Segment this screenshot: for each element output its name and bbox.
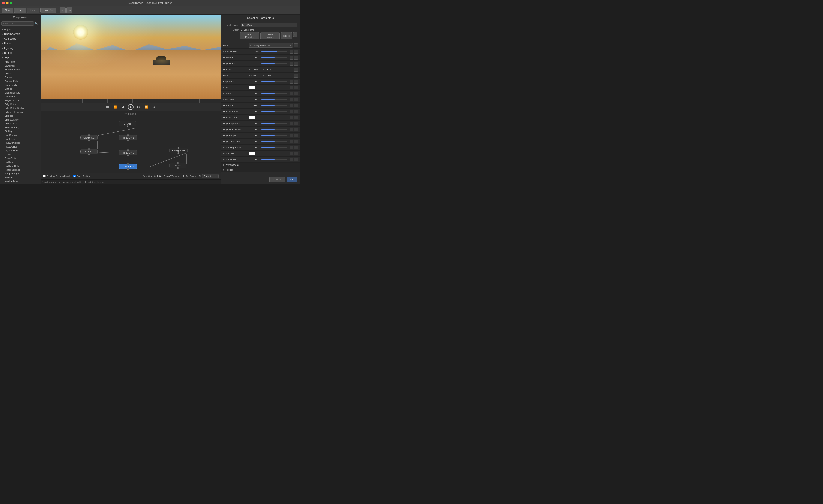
filter-icon[interactable]: ⇅	[39, 21, 40, 26]
param-check-5[interactable]: ✓	[294, 80, 298, 83]
port-bottom-invert1[interactable]	[88, 153, 90, 155]
grid-opacity-value[interactable]: 2.40	[157, 175, 161, 178]
param-value-0[interactable]: 1.429	[249, 50, 261, 53]
xy-y-val-4[interactable]: 0.000	[265, 74, 276, 77]
param-value-18[interactable]: 1.000	[249, 158, 261, 161]
lens-check[interactable]: ✓	[294, 43, 298, 47]
sidebar-item-autopaint[interactable]: AutoPaint	[0, 60, 40, 64]
port-top-invert1[interactable]	[88, 148, 90, 150]
param-check-8[interactable]: ✓	[294, 98, 298, 101]
sidebar-group-blur-sharpen[interactable]: ▶Blur+Sharpen	[0, 32, 40, 36]
port-top-mask[interactable]	[177, 162, 179, 164]
sidebar-item-emboss[interactable]: Emboss	[0, 114, 40, 118]
sidebar-item-embossglass[interactable]: EmbossGlass	[0, 121, 40, 125]
lens-dropdown[interactable]: Chasing Rainbows ▼	[249, 43, 293, 47]
param-slider-0[interactable]	[262, 51, 287, 52]
param-sq-btn-11[interactable]: □	[290, 115, 293, 119]
undo-button[interactable]: ↩	[59, 7, 65, 13]
forward-button[interactable]: ▶▶	[136, 104, 141, 109]
port-bottom-background[interactable]	[177, 152, 179, 154]
sidebar-item-embossshiny[interactable]: EmbossShiny	[0, 125, 40, 129]
sidebar-group-lighting[interactable]: ▶Lighting	[0, 46, 40, 50]
param-check-6[interactable]: ✓	[294, 86, 298, 89]
param-sq-btn-8[interactable]: □	[290, 98, 293, 101]
param-value-2[interactable]: 0.00	[249, 62, 261, 65]
timeline-cursor[interactable]	[131, 99, 131, 103]
param-slider-5[interactable]	[262, 81, 287, 82]
sidebar-item-bandpass[interactable]: BandPass	[0, 64, 40, 68]
search-icon[interactable]: 🔍	[35, 21, 38, 26]
param-sq-btn-16[interactable]: □	[290, 146, 293, 150]
save-preset-button[interactable]: Save Preset...	[261, 32, 280, 39]
port-bottom-mask[interactable]	[177, 167, 179, 169]
sidebar-group-stylize[interactable]: ▼StylizeAutoPaintBandPassBleachBypassBru…	[0, 55, 40, 184]
port-bottom-filmeffect1[interactable]	[127, 140, 129, 141]
xy-y-val-3[interactable]: 0.316	[265, 68, 276, 71]
sidebar-item-halftonecolor[interactable]: HalfToneColor	[0, 164, 40, 168]
param-value-14[interactable]: 1.000	[249, 134, 261, 137]
back-button[interactable]: ◀	[120, 104, 125, 109]
redo-button[interactable]: ↪	[66, 7, 72, 13]
port-bottom-filmeffect2[interactable]	[127, 154, 129, 156]
node-filmeffect1[interactable]: FilmEffect 1	[119, 135, 137, 140]
param-value-1[interactable]: 1.000	[249, 56, 261, 59]
sidebar-item-flyseyecircles[interactable]: FlysEyeCircles	[0, 141, 40, 145]
snap-to-grid-label[interactable]: Snap To Grid	[73, 175, 91, 178]
sidebar-item-embossdistort[interactable]: EmbossDistort	[0, 118, 40, 121]
port-top-filmeffect2[interactable]	[127, 149, 129, 151]
play-button[interactable]: ▶	[128, 104, 134, 110]
param-check-2[interactable]: ✓	[294, 62, 298, 65]
param-sq-btn-1[interactable]: □	[290, 56, 293, 59]
port-bottom-source[interactable]	[127, 125, 128, 127]
minimize-button[interactable]	[6, 2, 9, 4]
param-sq-btn-9[interactable]: □	[290, 103, 293, 107]
sidebar-item-edgesindirection[interactable]: EdgesInDirection	[0, 110, 40, 114]
param-sq-btn-2[interactable]: □	[290, 62, 293, 65]
param-slider-16[interactable]	[262, 147, 287, 148]
load-preset-button[interactable]: Load Preset...	[240, 32, 259, 39]
param-slider-10[interactable]	[262, 111, 287, 112]
param-check-16[interactable]: ✓	[294, 146, 298, 150]
sidebar-item-cartoonpaint[interactable]: CartoonPaint	[0, 79, 40, 83]
param-color-swatch-11[interactable]	[249, 115, 255, 119]
sidebar-item-crosshatch[interactable]: Crosshatch	[0, 83, 40, 87]
port-top-gradient1[interactable]	[88, 134, 90, 136]
reset-button[interactable]: Reset	[281, 32, 292, 39]
param-check-3[interactable]: ✓	[294, 68, 298, 71]
node-source[interactable]: Source	[119, 121, 136, 126]
node-lensflare1[interactable]: LensFlare 1	[119, 164, 137, 169]
param-check-7[interactable]: ✓	[294, 92, 298, 95]
param-color-swatch-17[interactable]	[249, 152, 255, 156]
param-sq-btn-12[interactable]: □	[290, 121, 293, 125]
sidebar-item-grain[interactable]: Grain	[0, 153, 40, 156]
port-top-lensflare1[interactable]	[127, 163, 129, 165]
param-group-atmosphere[interactable]: ▶Atmosphere	[221, 163, 300, 168]
param-check-0[interactable]: ✓	[294, 50, 298, 53]
xy-x-val-4[interactable]: 0.000	[251, 74, 262, 77]
param-sq-btn-13[interactable]: □	[290, 128, 293, 132]
param-check-10[interactable]: ✓	[294, 109, 298, 113]
param-sq-btn-6[interactable]: □	[290, 86, 293, 89]
param-check-18[interactable]: ✓	[294, 158, 298, 162]
preview-selected-checkbox[interactable]	[43, 175, 46, 178]
skip-to-start-button[interactable]: ⏮	[105, 104, 110, 109]
timeline[interactable]	[41, 99, 221, 103]
sidebar-item-cartoon[interactable]: Cartoon	[0, 75, 40, 79]
param-check-9[interactable]: ✓	[294, 103, 298, 107]
sidebar-item-flyseyerect[interactable]: FlysEyeRect	[0, 149, 40, 153]
param-sq-btn-14[interactable]: □	[290, 134, 293, 138]
sidebar-item-dogvision[interactable]: DogVision	[0, 95, 40, 98]
sidebar-item-kaleidopolar[interactable]: KaleidoPolar	[0, 180, 40, 183]
xy-x-val-3[interactable]: -0.694	[251, 68, 262, 71]
param-check-15[interactable]: ✓	[294, 140, 298, 144]
port-left-invert1[interactable]	[79, 151, 81, 153]
node-canvas[interactable]: SourceGradient 1FilmEffect 1Invert 1Film…	[41, 117, 221, 172]
close-button[interactable]	[2, 2, 5, 4]
param-value-12[interactable]: 1.000	[249, 122, 261, 125]
sidebar-group-distort[interactable]: ▶Distort	[0, 41, 40, 46]
sidebar-group-header-stylize[interactable]: ▼Stylize	[0, 55, 40, 60]
param-slider-2[interactable]	[262, 63, 287, 64]
param-value-9[interactable]: 0.000	[249, 104, 261, 107]
node-filmeffect2[interactable]: FilmEffect 2	[119, 150, 137, 155]
zoom-dropdown-button[interactable]: Zoom to... ▼	[202, 174, 218, 178]
